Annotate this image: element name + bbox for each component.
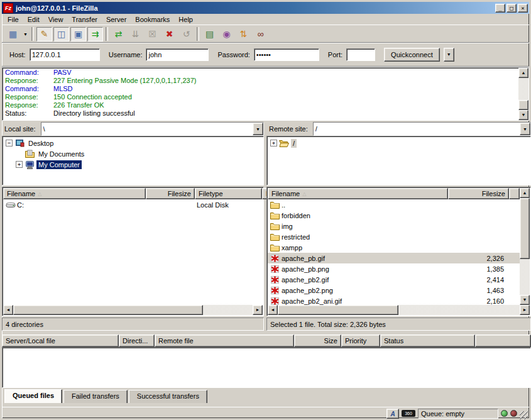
host-input[interactable] bbox=[30, 48, 100, 61]
local-site-label: Local site: bbox=[2, 125, 38, 133]
queue-body bbox=[2, 347, 531, 388]
site-manager-dropdown[interactable]: ▼ bbox=[21, 27, 30, 41]
column-header-filename[interactable]: Filename△ bbox=[3, 188, 146, 199]
remote-site-dropdown[interactable]: ▼ bbox=[520, 123, 530, 135]
expand-plus-icon[interactable]: + bbox=[16, 161, 23, 168]
file-row-restricted[interactable]: restricted bbox=[268, 231, 520, 242]
menu-item-bookmarks[interactable]: Bookmarks bbox=[131, 14, 174, 25]
scroll-left-button[interactable]: ◄ bbox=[3, 305, 13, 315]
find-button[interactable]: ∞ bbox=[253, 27, 268, 41]
remote-hscrollbar[interactable]: ◄ ► bbox=[268, 305, 530, 315]
column-header-filename[interactable]: Filename△ bbox=[268, 188, 448, 199]
scroll-left-button[interactable]: ◄ bbox=[268, 305, 278, 315]
scroll-up-button[interactable]: ▲ bbox=[518, 68, 528, 78]
toggle-remote-tree-button[interactable]: ▣ bbox=[70, 27, 86, 41]
expand-plus-icon[interactable]: + bbox=[270, 140, 277, 146]
title-bar[interactable]: Fz john@127.0.0.1 - FileZilla _ □ × bbox=[2, 2, 529, 14]
port-input[interactable] bbox=[346, 48, 375, 61]
menu-item-transfer[interactable]: Transfer bbox=[67, 14, 102, 25]
toggle-local-tree-button[interactable]: ◫ bbox=[53, 27, 69, 41]
maximize-button[interactable]: □ bbox=[506, 4, 517, 13]
tree-item-my-computer[interactable]: +My Computer bbox=[3, 159, 263, 170]
site-manager-button[interactable]: ▦ bbox=[5, 27, 21, 41]
close-button[interactable]: × bbox=[518, 4, 528, 13]
remote-vscrollbar[interactable]: ▲ ▼ bbox=[520, 188, 530, 305]
reconnect-button: ↺ bbox=[178, 27, 194, 41]
filezilla-window: Fz john@127.0.0.1 - FileZilla _ □ × File… bbox=[0, 0, 531, 420]
host-label: Host: bbox=[9, 51, 26, 58]
column-header-filesize[interactable]: Filesize bbox=[146, 188, 195, 199]
log-scroll-thumb[interactable] bbox=[518, 100, 528, 110]
column-header-server-local-file[interactable]: Server/Local file bbox=[2, 334, 119, 347]
local-hscroll-track[interactable] bbox=[13, 305, 253, 315]
message-log-panel: Command:PASVResponse:227 Entering Passiv… bbox=[2, 67, 529, 121]
scroll-down-button[interactable]: ▼ bbox=[518, 110, 528, 120]
collapse-minus-icon[interactable]: − bbox=[6, 140, 13, 146]
quickconnect-dropdown[interactable]: ▼ bbox=[444, 48, 454, 62]
toggle-log-button[interactable]: ✎ bbox=[36, 27, 52, 41]
local-site-dropdown[interactable]: ▼ bbox=[253, 123, 263, 135]
column-header-remote-file[interactable]: Remote file bbox=[155, 334, 294, 347]
toggle-queue-button[interactable]: ⇉ bbox=[87, 27, 103, 41]
refresh-button[interactable]: ⇄ bbox=[111, 27, 126, 41]
remote-site-input[interactable] bbox=[314, 123, 520, 135]
file-row-apache-pb2-ani-gif[interactable]: apache_pb2_ani.gif2,160 bbox=[268, 296, 520, 305]
column-header-size[interactable]: Size bbox=[294, 334, 341, 347]
remote-vscroll-thumb[interactable] bbox=[520, 198, 530, 259]
file-row-c[interactable]: C:Local Disk bbox=[3, 199, 263, 210]
local-site-bar: Local site: ▼ bbox=[2, 122, 264, 136]
log-scroll-track[interactable] bbox=[518, 78, 528, 110]
tree-item-desktop[interactable]: −Desktop bbox=[3, 138, 263, 148]
tab-queued-files[interactable]: Queued files bbox=[4, 389, 62, 403]
compare-button[interactable]: ◉ bbox=[219, 27, 234, 41]
sync-browse-button[interactable]: ⇅ bbox=[236, 27, 251, 41]
tree-item-[interactable]: +/ bbox=[267, 138, 530, 148]
transfer-type-icon[interactable]: A bbox=[386, 409, 399, 419]
tree-item-my-documents[interactable]: My Documents bbox=[3, 148, 263, 159]
quickconnect-button[interactable]: Quickconnect bbox=[384, 48, 440, 62]
file-row-apache-pb2-gif[interactable]: apache_pb2.gif2,414 bbox=[268, 274, 520, 285]
scroll-right-button[interactable]: ► bbox=[253, 305, 263, 315]
scroll-up-button[interactable]: ▲ bbox=[520, 188, 530, 198]
remote-hscroll-track[interactable] bbox=[278, 305, 520, 315]
minimize-button[interactable]: _ bbox=[495, 4, 505, 13]
file-row-xampp[interactable]: xampp bbox=[268, 242, 520, 253]
speed-limit-icon[interactable]: 360 bbox=[402, 410, 415, 417]
file-row-apache-pb-png[interactable]: apache_pb.png1,385 bbox=[268, 263, 520, 274]
menu-item-server[interactable]: Server bbox=[102, 14, 131, 25]
remote-hscroll-thumb[interactable] bbox=[278, 305, 398, 315]
file-row-apache-pb-gif[interactable]: apache_pb.gif2,326 bbox=[268, 253, 520, 263]
column-header-priority[interactable]: Priority bbox=[341, 334, 380, 347]
log-scrollbar[interactable]: ▲ ▼ bbox=[518, 68, 528, 120]
remote-site-combo: ▼ bbox=[313, 122, 531, 136]
column-header-directi[interactable]: Directi... bbox=[119, 334, 155, 347]
password-input[interactable] bbox=[254, 48, 319, 61]
tab-failed-transfers[interactable]: Failed transfers bbox=[63, 390, 128, 403]
resize-grip[interactable] bbox=[520, 411, 528, 419]
column-header-status[interactable]: Status bbox=[380, 334, 475, 347]
scroll-right-button[interactable]: ► bbox=[520, 305, 530, 315]
local-hscroll-thumb[interactable] bbox=[13, 305, 203, 315]
file-row-apache-pb2-png[interactable]: apache_pb2.png1,463 bbox=[268, 285, 520, 296]
log-line-text: Directory listing successful bbox=[53, 109, 135, 118]
column-header-filesize[interactable]: Filesize bbox=[448, 188, 509, 199]
username-input[interactable] bbox=[146, 48, 209, 61]
file-row-[interactable]: .. bbox=[268, 199, 520, 210]
menu-item-file[interactable]: File bbox=[3, 14, 23, 25]
remote-vscroll-track[interactable] bbox=[520, 198, 530, 295]
column-header-filetype[interactable]: Filetype bbox=[195, 188, 262, 199]
local-site-input[interactable] bbox=[41, 123, 253, 135]
local-status-bar: 4 directories bbox=[2, 318, 264, 331]
image-icon bbox=[270, 297, 280, 306]
local-hscrollbar[interactable]: ◄ ► bbox=[3, 305, 263, 315]
menu-item-view[interactable]: View bbox=[44, 14, 68, 25]
window-title: john@127.0.0.1 - FileZilla bbox=[16, 4, 495, 12]
disconnect-button[interactable]: ✖ bbox=[161, 27, 177, 41]
tab-successful-transfers[interactable]: Successful transfers bbox=[129, 390, 207, 403]
menu-item-help[interactable]: Help bbox=[174, 14, 197, 25]
scroll-down-button[interactable]: ▼ bbox=[520, 295, 530, 305]
file-row-forbidden[interactable]: forbidden bbox=[268, 210, 520, 221]
menu-item-edit[interactable]: Edit bbox=[23, 14, 44, 25]
filter-button[interactable]: ▤ bbox=[202, 27, 217, 41]
file-row-img[interactable]: img bbox=[268, 221, 520, 231]
